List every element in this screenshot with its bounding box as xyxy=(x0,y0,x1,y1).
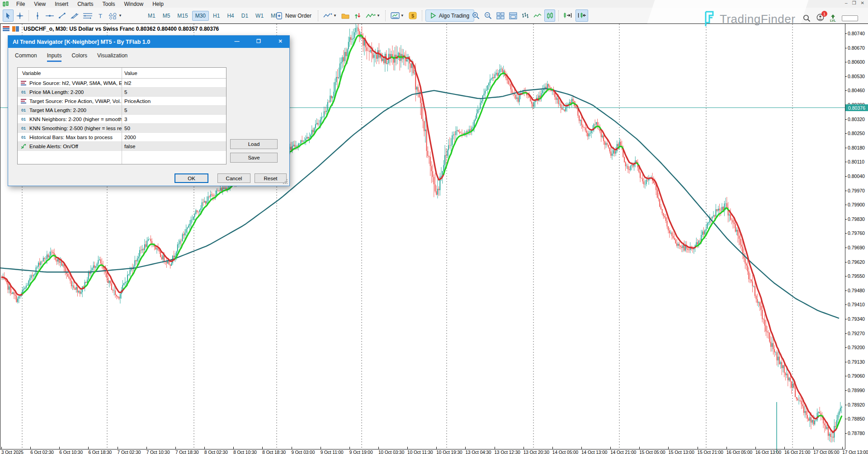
numeric-input-icon: 01 xyxy=(20,90,27,94)
zoom-out-button[interactable] xyxy=(482,9,494,22)
cascade-windows-button[interactable] xyxy=(507,9,519,22)
notifications-button[interactable]: 1 xyxy=(816,14,824,23)
variable-cell: Price Source: hl2, VWAP, SMA, WMA, E... xyxy=(18,80,122,86)
search-icon[interactable] xyxy=(803,14,811,22)
resize-grip[interactable] xyxy=(283,179,288,184)
dialog-minimize-button[interactable]: — xyxy=(233,38,241,44)
channel-tool-button[interactable] xyxy=(69,9,80,22)
dialog-titlebar[interactable]: AI Trend Navigator [K-Neighbor] MT5 - By… xyxy=(8,36,289,48)
price-tick-label: 0.79480 xyxy=(848,288,865,293)
shift-end-button[interactable] xyxy=(562,9,575,22)
buy-sell-arrows-button[interactable] xyxy=(352,9,363,22)
window-close-button[interactable]: ✕ xyxy=(861,0,864,6)
horizontal-line-tool-button[interactable] xyxy=(44,9,56,22)
timeframe-h1-button[interactable]: H1 xyxy=(210,11,223,21)
zoom-in-button[interactable] xyxy=(470,9,481,22)
price-tick-label: 0.78780 xyxy=(848,431,865,436)
cursor-tool-button[interactable] xyxy=(3,9,14,22)
value-cell[interactable]: PriceAction xyxy=(122,98,151,104)
time-tick-label: 14 Oct 13:00 xyxy=(581,450,607,454)
variable-cell: 01Historical Bars: Max bars to process xyxy=(18,135,122,140)
value-cell[interactable]: hl2 xyxy=(122,80,131,86)
deposit-button[interactable]: $ xyxy=(407,9,419,22)
time-tick-label: 9 Oct 11:00 xyxy=(321,450,344,454)
tab-inputs[interactable]: Inputs xyxy=(47,52,62,62)
numeric-input-icon: 01 xyxy=(20,126,27,131)
price-tick-label: 0.78850 xyxy=(848,416,865,421)
window-maximize-button[interactable]: ❐ xyxy=(852,0,856,6)
menu-insert[interactable]: Insert xyxy=(50,1,73,7)
price-tick-label: 0.80250 xyxy=(848,131,865,136)
load-button[interactable]: Load xyxy=(230,139,278,149)
timeframe-m1-button[interactable]: M1 xyxy=(145,11,159,21)
time-tick-label: 10 Oct 19:30 xyxy=(436,450,462,454)
time-tick-label: 9 Oct 19:00 xyxy=(349,450,373,454)
value-cell[interactable]: 3 xyxy=(122,117,127,122)
price-tick-label: 0.79060 xyxy=(848,373,865,379)
toolbar-separator xyxy=(422,10,422,21)
timeframe-m15-button[interactable]: M15 xyxy=(174,11,191,21)
algo-trading-button[interactable]: Algo Trading xyxy=(425,9,474,22)
line-chart-style-button[interactable] xyxy=(532,9,543,22)
reset-button[interactable]: Reset xyxy=(255,173,287,183)
chart-symbol-title: USDCHF_o, M30: US Dollar vs Swiss Franc … xyxy=(24,26,219,32)
price-tick-label: 0.79830 xyxy=(848,216,865,222)
timeframe-m5-button[interactable]: M5 xyxy=(160,11,174,21)
svg-text:T: T xyxy=(99,13,102,19)
value-cell[interactable]: false xyxy=(122,144,135,149)
bar-chart-style-button[interactable] xyxy=(520,9,531,22)
dialog-close-button[interactable]: ✕ xyxy=(277,38,284,44)
chevron-down-icon: ▼ xyxy=(333,14,337,18)
variable-column-header: Variable xyxy=(18,70,122,76)
menu-view[interactable]: View xyxy=(29,1,50,7)
tile-windows-button[interactable] xyxy=(495,9,506,22)
vertical-line-tool-button[interactable] xyxy=(32,9,43,22)
shift-chart-button[interactable] xyxy=(576,9,588,22)
menu-file[interactable]: File xyxy=(12,1,29,7)
menu-charts[interactable]: Charts xyxy=(73,1,98,7)
value-cell[interactable]: 5 xyxy=(122,89,127,95)
open-folder-button[interactable] xyxy=(340,9,351,22)
value-cell[interactable]: 2000 xyxy=(122,135,136,140)
dialog-restore-button[interactable]: ❐ xyxy=(255,38,262,44)
timeframe-d1-button[interactable]: D1 xyxy=(238,11,251,21)
candlestick-style-button[interactable] xyxy=(544,9,555,22)
value-cell[interactable]: 5 xyxy=(122,108,127,113)
tab-common[interactable]: Common xyxy=(15,52,37,62)
notification-badge: 1 xyxy=(821,11,827,17)
timeframe-w1-button[interactable]: W1 xyxy=(252,11,267,21)
indicators-button[interactable]: ▼ xyxy=(364,9,382,22)
tradingfinder-brand: TradingFinder xyxy=(702,11,795,27)
menu-help[interactable]: Help xyxy=(148,1,168,7)
new-order-button[interactable]: New Order xyxy=(273,9,315,22)
timeframe-h4-button[interactable]: H4 xyxy=(224,11,237,21)
menu-tools[interactable]: Tools xyxy=(98,1,120,7)
text-tool-button[interactable]: T xyxy=(95,9,106,22)
dialog-tabs: CommonInputsColorsVisualization xyxy=(15,52,127,62)
tab-visualization[interactable]: Visualization xyxy=(97,52,127,62)
toolbar-separator xyxy=(28,10,29,21)
fibonacci-tool-button[interactable] xyxy=(81,9,94,22)
numeric-input-icon: 01 xyxy=(20,117,27,122)
chart-template-button[interactable]: ▼ xyxy=(389,9,406,22)
time-tick-label: 17 Oct 05:00 xyxy=(813,450,839,454)
trendline-tool-button[interactable] xyxy=(57,9,68,22)
market-watch-icon[interactable] xyxy=(3,26,9,32)
variable-cell: 01KNN Neighbors: 2-200 (higher = smooth.… xyxy=(18,117,122,122)
window-minimize-button[interactable]: – xyxy=(845,0,848,6)
variable-cell: Target Source: Price Action, VWAP, Vol..… xyxy=(18,98,122,104)
level-indicator[interactable]: LVL xyxy=(830,14,836,22)
tab-colors[interactable]: Colors xyxy=(71,52,87,62)
menu-window[interactable]: Window xyxy=(120,1,148,7)
ok-button[interactable]: OK xyxy=(175,173,208,183)
list-source-icon xyxy=(20,99,27,103)
cancel-button[interactable]: Cancel xyxy=(217,173,250,183)
value-cell[interactable]: 50 xyxy=(122,126,130,131)
chart-object-list-button[interactable]: ▼ xyxy=(321,9,339,22)
crosshair-tool-button[interactable] xyxy=(14,9,25,22)
save-button[interactable]: Save xyxy=(230,153,278,163)
time-tick-label: 10 Oct 03:30 xyxy=(378,450,404,454)
shapes-tool-button[interactable]: ▼ xyxy=(107,9,124,22)
data-window-icon[interactable] xyxy=(12,26,19,32)
timeframe-m30-button[interactable]: M30 xyxy=(192,11,209,21)
